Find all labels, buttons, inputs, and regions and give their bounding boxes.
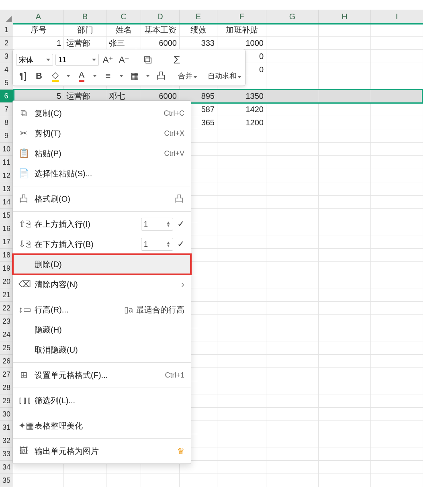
- column-header-A[interactable]: A: [13, 10, 64, 23]
- cell[interactable]: [266, 156, 319, 169]
- row-header-35[interactable]: 35: [0, 474, 13, 487]
- column-header-C[interactable]: C: [106, 10, 141, 23]
- ctx-delete[interactable]: 删除(D): [13, 254, 191, 274]
- cell[interactable]: [266, 368, 319, 381]
- row-header-2[interactable]: 2: [0, 37, 13, 50]
- cell[interactable]: [217, 341, 266, 355]
- cell[interactable]: [319, 116, 371, 129]
- row-header-26[interactable]: 26: [0, 355, 13, 368]
- cell[interactable]: [371, 63, 423, 76]
- cell[interactable]: [266, 235, 319, 249]
- cell[interactable]: [217, 328, 266, 341]
- ctx-copy[interactable]: ⧉ 复制(C) Ctrl+C: [13, 103, 191, 123]
- row-header-21[interactable]: 21: [0, 288, 13, 302]
- cell[interactable]: 序号: [13, 23, 64, 37]
- cell[interactable]: [266, 381, 319, 394]
- cell[interactable]: [217, 235, 266, 249]
- row-header-16[interactable]: 16: [0, 222, 13, 235]
- cell[interactable]: [266, 355, 319, 368]
- ctx-filter-column[interactable]: ⫿⫿⫿ 筛选列(L)...: [13, 390, 191, 410]
- row-header-20[interactable]: 20: [0, 275, 13, 288]
- row-header-31[interactable]: 31: [0, 421, 13, 434]
- ctx-beautify[interactable]: ✦▦ 表格整理美化: [13, 416, 191, 436]
- cell[interactable]: [266, 116, 319, 129]
- ctx-row-height[interactable]: ↕▭ 行高(R)... ▯a 最适合的行高: [13, 300, 191, 320]
- cell[interactable]: [371, 156, 423, 169]
- cell[interactable]: [371, 129, 423, 143]
- row-header-8[interactable]: 8: [0, 116, 13, 129]
- autosum-icon[interactable]: Σ: [170, 54, 184, 66]
- cell[interactable]: [217, 262, 266, 275]
- autosum-label[interactable]: 自动求和: [208, 71, 241, 81]
- cell[interactable]: [319, 288, 371, 302]
- cell[interactable]: [217, 196, 266, 209]
- cell[interactable]: [371, 116, 423, 129]
- cell[interactable]: [217, 447, 266, 461]
- cell[interactable]: [371, 447, 423, 461]
- cell[interactable]: [217, 302, 266, 315]
- cell[interactable]: 1420: [217, 103, 266, 116]
- cell[interactable]: [371, 235, 423, 249]
- cell[interactable]: [266, 328, 319, 341]
- cell[interactable]: [266, 288, 319, 302]
- cell[interactable]: [319, 381, 371, 394]
- column-header-E[interactable]: E: [180, 10, 217, 23]
- cell[interactable]: [319, 368, 371, 381]
- cell-style-icon[interactable]: 凸: [154, 70, 168, 82]
- cell[interactable]: [266, 341, 319, 355]
- check-icon[interactable]: ✓: [177, 239, 184, 249]
- cell[interactable]: [217, 421, 266, 434]
- cell[interactable]: [266, 315, 319, 328]
- cell[interactable]: [319, 235, 371, 249]
- cell[interactable]: [319, 302, 371, 315]
- column-header-I[interactable]: I: [371, 10, 423, 23]
- cell[interactable]: [319, 182, 371, 196]
- cell[interactable]: [371, 90, 423, 103]
- row-header-27[interactable]: 27: [0, 368, 13, 381]
- cell[interactable]: [371, 143, 423, 156]
- font-size-select[interactable]: 11: [55, 54, 99, 66]
- row-header-12[interactable]: 12: [0, 169, 13, 182]
- cell[interactable]: [371, 381, 423, 394]
- cell[interactable]: [319, 474, 371, 487]
- cell[interactable]: [319, 209, 371, 222]
- cell[interactable]: [217, 222, 266, 235]
- cell[interactable]: [371, 368, 423, 381]
- cell[interactable]: [266, 302, 319, 315]
- cell[interactable]: [217, 129, 266, 143]
- cell[interactable]: 6000: [141, 37, 180, 50]
- cell[interactable]: [217, 461, 266, 474]
- cell[interactable]: 部门: [64, 23, 106, 37]
- ctx-clear[interactable]: ⌫ 清除内容(N): [13, 274, 191, 294]
- cell[interactable]: [266, 447, 319, 461]
- cell[interactable]: [319, 156, 371, 169]
- cell[interactable]: [371, 315, 423, 328]
- cell[interactable]: [371, 196, 423, 209]
- ctx-export-image[interactable]: 🖼 输出单元格为图片 ♛: [13, 441, 191, 461]
- cell[interactable]: [371, 262, 423, 275]
- cell[interactable]: 1350: [217, 90, 266, 103]
- cell[interactable]: [371, 169, 423, 182]
- cell[interactable]: [371, 37, 423, 50]
- insert-below-count[interactable]: 1▲▼: [141, 238, 173, 251]
- row-header-5[interactable]: 5: [0, 76, 13, 90]
- cell[interactable]: [217, 288, 266, 302]
- decrease-font-icon[interactable]: A⁻: [117, 54, 131, 66]
- row-header-28[interactable]: 28: [0, 381, 13, 394]
- cell[interactable]: [371, 288, 423, 302]
- cell[interactable]: [319, 76, 371, 90]
- borders-dropdown-icon[interactable]: [144, 70, 152, 82]
- cell[interactable]: [217, 249, 266, 262]
- row-header-25[interactable]: 25: [0, 341, 13, 355]
- row-header-15[interactable]: 15: [0, 209, 13, 222]
- cell[interactable]: [217, 143, 266, 156]
- cell[interactable]: [217, 368, 266, 381]
- cell[interactable]: [266, 50, 319, 63]
- cell[interactable]: [266, 37, 319, 50]
- fill-color-icon[interactable]: ◇: [48, 70, 62, 82]
- row-header-18[interactable]: 18: [0, 249, 13, 262]
- cell[interactable]: [319, 196, 371, 209]
- cell[interactable]: [266, 103, 319, 116]
- cell[interactable]: [217, 408, 266, 421]
- column-header-F[interactable]: F: [217, 10, 266, 23]
